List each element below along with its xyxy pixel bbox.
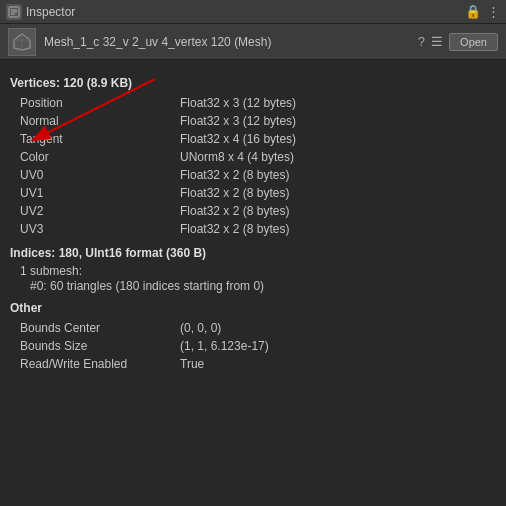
prop-uv1-value: Float32 x 2 (8 bytes) bbox=[180, 186, 289, 200]
menu-icon[interactable]: ⋮ bbox=[487, 4, 500, 19]
prop-normal: Normal Float32 x 3 (12 bytes) bbox=[10, 112, 496, 130]
prop-readwrite-value: True bbox=[180, 357, 204, 371]
prop-uv2-value: Float32 x 2 (8 bytes) bbox=[180, 204, 289, 218]
title-bar-actions: 🔒 ⋮ bbox=[465, 4, 500, 19]
title-bar-label: Inspector bbox=[26, 5, 465, 19]
prop-color-value: UNorm8 x 4 (4 bytes) bbox=[180, 150, 294, 164]
vertices-header: Vertices: 120 (8.9 KB) bbox=[10, 76, 496, 90]
asset-name: Mesh_1_c 32_v 2_uv 4_vertex 120 (Mesh) bbox=[44, 35, 410, 49]
prop-bounds-center-value: (0, 0, 0) bbox=[180, 321, 221, 335]
asset-settings-icon[interactable]: ☰ bbox=[431, 34, 443, 49]
other-header: Other bbox=[10, 301, 496, 315]
prop-normal-label: Normal bbox=[20, 114, 180, 128]
prop-color: Color UNorm8 x 4 (4 bytes) bbox=[10, 148, 496, 166]
prop-tangent-value: Float32 x 4 (16 bytes) bbox=[180, 132, 296, 146]
prop-position: Position Float32 x 3 (12 bytes) bbox=[10, 94, 496, 112]
submesh-line: 1 submesh: bbox=[10, 264, 496, 278]
prop-readwrite: Read/Write Enabled True bbox=[10, 355, 496, 373]
prop-position-value: Float32 x 3 (12 bytes) bbox=[180, 96, 296, 110]
lock-icon[interactable]: 🔒 bbox=[465, 4, 481, 19]
prop-uv2-label: UV2 bbox=[20, 204, 180, 218]
prop-normal-value: Float32 x 3 (12 bytes) bbox=[180, 114, 296, 128]
inspector-icon bbox=[6, 4, 22, 20]
prop-readwrite-label: Read/Write Enabled bbox=[20, 357, 180, 371]
prop-tangent-label: Tangent bbox=[20, 132, 180, 146]
prop-tangent: Tangent Float32 x 4 (16 bytes) bbox=[10, 130, 496, 148]
prop-bounds-center: Bounds Center (0, 0, 0) bbox=[10, 319, 496, 337]
prop-uv3-value: Float32 x 2 (8 bytes) bbox=[180, 222, 289, 236]
help-icon[interactable]: ? bbox=[418, 34, 425, 49]
prop-bounds-size-value: (1, 1, 6.123e-17) bbox=[180, 339, 269, 353]
open-button[interactable]: Open bbox=[449, 33, 498, 51]
prop-uv2: UV2 Float32 x 2 (8 bytes) bbox=[10, 202, 496, 220]
asset-thumbnail bbox=[8, 28, 36, 56]
prop-uv3: UV3 Float32 x 2 (8 bytes) bbox=[10, 220, 496, 238]
submesh-detail: #0: 60 triangles (180 indices starting f… bbox=[10, 279, 496, 293]
prop-position-label: Position bbox=[20, 96, 180, 110]
prop-uv0: UV0 Float32 x 2 (8 bytes) bbox=[10, 166, 496, 184]
title-bar: Inspector 🔒 ⋮ bbox=[0, 0, 506, 24]
inspector-content: Vertices: 120 (8.9 KB) Position Float32 … bbox=[0, 60, 506, 506]
prop-bounds-size: Bounds Size (1, 1, 6.123e-17) bbox=[10, 337, 496, 355]
prop-bounds-size-label: Bounds Size bbox=[20, 339, 180, 353]
prop-color-label: Color bbox=[20, 150, 180, 164]
prop-uv0-value: Float32 x 2 (8 bytes) bbox=[180, 168, 289, 182]
prop-uv0-label: UV0 bbox=[20, 168, 180, 182]
prop-uv1: UV1 Float32 x 2 (8 bytes) bbox=[10, 184, 496, 202]
prop-bounds-center-label: Bounds Center bbox=[20, 321, 180, 335]
asset-action-buttons: ? ☰ Open bbox=[418, 33, 498, 51]
asset-row: Mesh_1_c 32_v 2_uv 4_vertex 120 (Mesh) ?… bbox=[0, 24, 506, 60]
prop-uv3-label: UV3 bbox=[20, 222, 180, 236]
prop-uv1-label: UV1 bbox=[20, 186, 180, 200]
indices-header: Indices: 180, UInt16 format (360 B) bbox=[10, 246, 496, 260]
